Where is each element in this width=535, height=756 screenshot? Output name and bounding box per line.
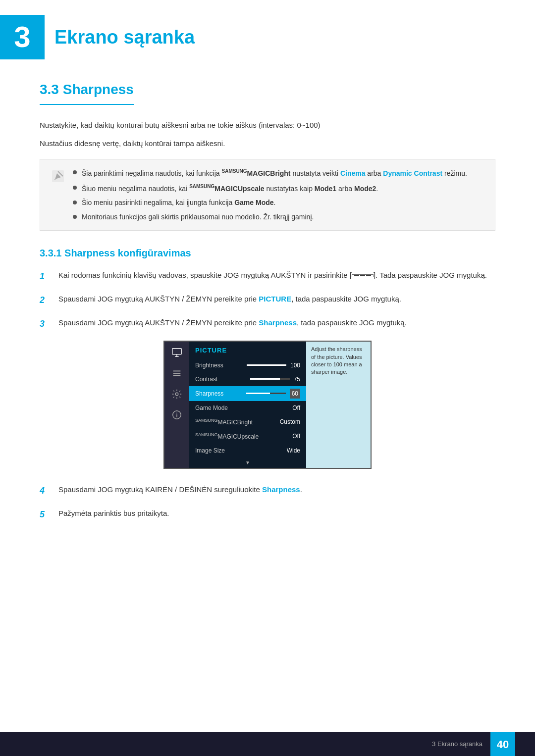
step-text-3: Spausdami JOG mygtuką AUKŠTYN / ŽEMYN pe… [58, 317, 495, 328]
step-number-5: 5 [40, 508, 52, 521]
sidebar-info-icon [170, 408, 184, 422]
step-text-5: Pažymėta parinktis bus pritaikyta. [58, 507, 495, 519]
menu-row-brightness: Brightness 100 [189, 358, 306, 372]
note-item-4: Monitoriaus funkcijos gali skirtis prikl… [73, 212, 485, 222]
svg-rect-2 [172, 349, 181, 354]
sidebar-lines-icon [170, 366, 184, 380]
step-text-2: Spausdami JOG mygtuką AUKŠTYN / ŽEMYN pe… [58, 293, 495, 304]
note-icon [50, 168, 66, 184]
screenshot-container: PICTURE Brightness 100 Contrast [40, 341, 495, 469]
section-title: 3.3 Sharpness [40, 79, 134, 105]
step-3: 3 Spausdami JOG mygtuką AUKŠTYN / ŽEMYN … [40, 317, 495, 331]
menu-row-contrast: Contrast 75 [189, 372, 306, 386]
note-item-1: Šia parinktimi negalima naudotis, kai fu… [73, 167, 485, 179]
subsection-title: 3.3.1 Sharpness konfigūravimas [40, 246, 495, 260]
footer-text: 3 Ekrano sąranka [432, 739, 482, 749]
chapter-box: 3 [0, 15, 45, 59]
menu-row-imagesize: Image Size Wide [189, 444, 306, 457]
brightness-bar [247, 364, 286, 366]
note-text-2: Šiuo meniu negalima naudotis, kai SAMSUN… [82, 183, 378, 194]
step-4: 4 Spausdami JOG mygtuką KAIRĖN / DEŠINĖN… [40, 484, 495, 498]
step-5: 5 Pažymėta parinktis bus pritaikyta. [40, 507, 495, 521]
intro-para-1: Nustatykite, kad daiktų kontūrai būtų ai… [40, 120, 495, 131]
note-content: Šia parinktimi negalima naudotis, kai fu… [73, 167, 485, 222]
screenshot: PICTURE Brightness 100 Contrast [163, 341, 372, 469]
svg-point-11 [176, 413, 177, 414]
sharpness-bar [246, 393, 286, 394]
step-text-1: Kai rodomas funkcinių klavišų vadovas, s… [58, 269, 495, 281]
bullet-icon [73, 170, 77, 174]
main-content: 3.3 Sharpness Nustatykite, kad daiktų ko… [0, 79, 535, 571]
note-text-1: Šia parinktimi negalima naudotis, kai fu… [82, 167, 467, 179]
menu-row-magicbright: SAMSUNGMAGICBright Custom [189, 415, 306, 429]
subsection-number: 3.3.1 [40, 248, 61, 258]
menu-hint: Adjust the sharpness of the picture. Val… [306, 342, 371, 468]
page-header: 3 Ekrano sąranka [0, 0, 535, 69]
note-text-3: Šio meniu pasirinkti negalima, kai įjung… [82, 198, 275, 208]
step-number-2: 2 [40, 294, 52, 307]
section-heading: Sharpness [63, 82, 134, 97]
sidebar-monitor-icon [170, 346, 184, 359]
screenshot-menu: PICTURE Brightness 100 Contrast [189, 342, 306, 468]
chapter-title: Ekrano sąranka [54, 23, 195, 51]
bullet-icon [73, 186, 77, 190]
menu-row-sharpness: Sharpness 60 [189, 386, 306, 401]
contrast-bar [250, 378, 290, 380]
intro-para-2: Nustačius didesnę vertę, daiktų kontūrai… [40, 138, 495, 150]
step-number-1: 1 [40, 270, 52, 283]
page-footer: 3 Ekrano sąranka 40 [0, 732, 535, 756]
step-number-4: 4 [40, 484, 52, 498]
step-1: 1 Kai rodomas funkcinių klavišų vadovas,… [40, 269, 495, 283]
note-box: Šia parinktimi negalima naudotis, kai fu… [40, 159, 495, 231]
bullet-icon [73, 215, 77, 219]
note-item-3: Šio meniu pasirinkti negalima, kai įjung… [73, 198, 485, 208]
screenshot-sidebar [164, 342, 189, 468]
note-item-2: Šiuo meniu negalima naudotis, kai SAMSUN… [73, 183, 485, 194]
step-text-4: Spausdami JOG mygtuką KAIRĖN / DEŠINĖN s… [58, 484, 495, 495]
section-number: 3.3 [40, 82, 59, 97]
chapter-number: 3 [14, 15, 30, 59]
scroll-down-indicator: ▼ [189, 457, 306, 468]
menu-row-gamemode: Game Mode Off [189, 401, 306, 415]
step-number-3: 3 [40, 317, 52, 331]
svg-point-8 [175, 393, 178, 396]
note-text-4: Monitoriaus funkcijos gali skirtis prikl… [82, 212, 314, 222]
menu-row-magicupscale: SAMSUNGMAGICUpscale Off [189, 429, 306, 444]
menu-icon-inline [352, 274, 374, 277]
subsection-heading: Sharpness konfigūravimas [64, 248, 191, 258]
step-2: 2 Spausdami JOG mygtuką AUKŠTYN / ŽEMYN … [40, 293, 495, 307]
menu-header: PICTURE [189, 342, 306, 358]
bullet-icon [73, 201, 77, 204]
footer-page-number: 40 [490, 732, 515, 756]
sidebar-settings-icon [170, 387, 184, 401]
